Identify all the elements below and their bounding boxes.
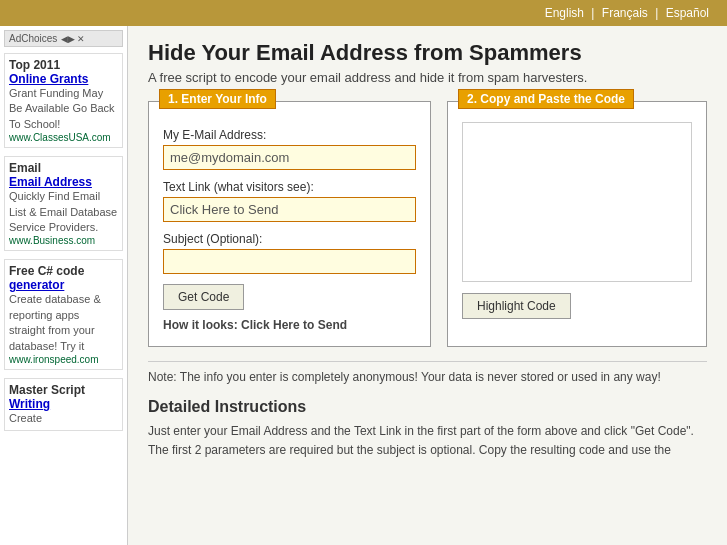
sidebar-ad-4: Master Script Writing Create <box>4 378 123 431</box>
highlight-code-button[interactable]: Highlight Code <box>462 293 571 319</box>
ad2-url: www.Business.com <box>9 235 118 246</box>
spanish-link[interactable]: Español <box>666 6 709 20</box>
instructions-title: Detailed Instructions <box>148 398 707 416</box>
sidebar: AdChoices ◀ ▶ ✕ Top 2011 Online Grants G… <box>0 26 128 545</box>
page-title: Hide Your Email Address from Spammers <box>148 40 707 66</box>
ad-arrow-left[interactable]: ◀ <box>61 34 68 44</box>
textlink-input[interactable] <box>163 197 416 222</box>
sidebar-ad-2: Email Email Address Quickly Find Email L… <box>4 156 123 251</box>
main-content: Hide Your Email Address from Spammers A … <box>128 26 727 545</box>
english-link[interactable]: English <box>545 6 584 20</box>
note-line: Note: The info you enter is completely a… <box>148 361 707 384</box>
form-area: 1. Enter Your Info My E-Mail Address: Te… <box>148 101 707 347</box>
detailed-instructions: Detailed Instructions Just enter your Em… <box>148 398 707 460</box>
enter-info-panel: 1. Enter Your Info My E-Mail Address: Te… <box>148 101 431 347</box>
ad3-body: Create database & reporting apps straigh… <box>9 292 118 354</box>
ad4-link[interactable]: Writing <box>9 397 118 411</box>
textlink-label: Text Link (what visitors see): <box>163 180 416 194</box>
how-it-looks-value: Click Here to Send <box>241 318 347 332</box>
ad2-link[interactable]: Email Address <box>9 175 118 189</box>
ad-arrow-right[interactable]: ▶ <box>68 34 75 44</box>
instructions-body: Just enter your Email Address and the Te… <box>148 422 707 460</box>
ad3-url: www.ironspeed.com <box>9 354 118 365</box>
email-label: My E-Mail Address: <box>163 128 416 142</box>
code-textarea[interactable] <box>462 122 692 282</box>
how-it-looks-label: How it looks: <box>163 318 238 332</box>
ad1-body: Grant Funding May Be Available Go Back T… <box>9 86 118 132</box>
ad-close[interactable]: ✕ <box>77 34 85 44</box>
ad1-url: www.ClassesUSA.com <box>9 132 118 143</box>
language-bar: English | Français | Español <box>0 0 727 26</box>
subject-label: Subject (Optional): <box>163 232 416 246</box>
panel2-header: 2. Copy and Paste the Code <box>458 89 634 109</box>
subject-input[interactable] <box>163 249 416 274</box>
ad2-title: Email <box>9 161 118 175</box>
adchoices-bar: AdChoices ◀ ▶ ✕ <box>4 30 123 47</box>
code-panel: 2. Copy and Paste the Code Highlight Cod… <box>447 101 707 347</box>
panel1-header: 1. Enter Your Info <box>159 89 276 109</box>
sidebar-ad-3: Free C# code generator Create database &… <box>4 259 123 370</box>
get-code-button[interactable]: Get Code <box>163 284 244 310</box>
ad3-title: Free C# code <box>9 264 118 278</box>
ad3-link[interactable]: generator <box>9 278 118 292</box>
page-subtitle: A free script to encode your email addre… <box>148 70 707 85</box>
ad4-body: Create <box>9 411 118 426</box>
how-it-looks: How it looks: Click Here to Send <box>163 318 416 332</box>
ad4-title: Master Script <box>9 383 118 397</box>
sidebar-ad-1: Top 2011 Online Grants Grant Funding May… <box>4 53 123 148</box>
email-input[interactable] <box>163 145 416 170</box>
ad1-title: Top 2011 <box>9 58 118 72</box>
ad2-body: Quickly Find Email List & Email Database… <box>9 189 118 235</box>
ad1-link[interactable]: Online Grants <box>9 72 118 86</box>
french-link[interactable]: Français <box>602 6 648 20</box>
adchoices-label: AdChoices <box>9 33 57 44</box>
